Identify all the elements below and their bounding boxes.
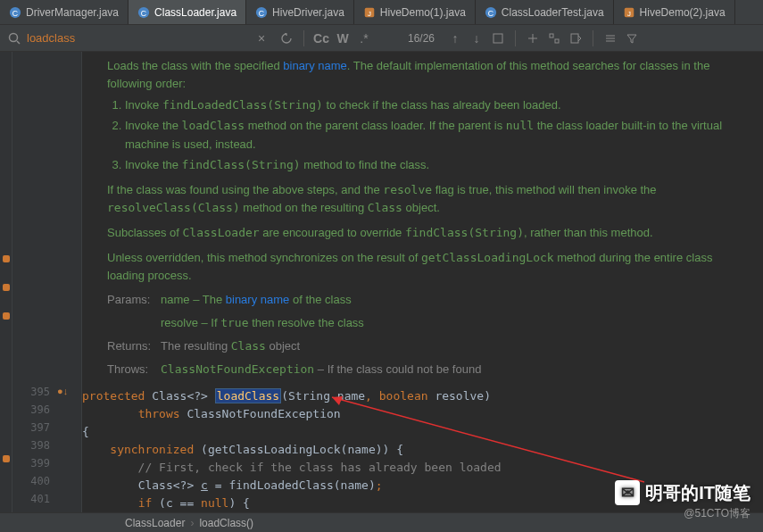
tab-classloadertest[interactable]: CClassLoaderTest.java [476,0,614,24]
find-count: 16/26 [408,32,435,45]
doc-link[interactable]: findLoadedClass(String) [162,98,323,112]
java-icon: J [623,6,635,19]
line-number: 401 [12,490,50,508]
find-bar: × Cc W .* 16/26 ↑ ↓ [0,25,763,52]
watermark-sub: @51CTO博客 [684,506,751,521]
add-selection-icon[interactable] [523,29,543,48]
doc-link[interactable]: ClassNotFoundException [161,362,314,376]
breadcrumb-item[interactable]: ClassLoader [125,517,185,529]
line-number: 396 [12,401,50,419]
class-icon: C [255,6,268,19]
words-button[interactable]: W [333,29,352,48]
next-match-icon[interactable]: ↓ [467,29,486,48]
code-area[interactable]: Loads the class with the specified binar… [82,52,763,512]
line-number: 398 [12,436,50,454]
doc-link[interactable]: findClass(String) [182,158,301,171]
tab-classloader[interactable]: CClassLoader.java [129,0,246,24]
editor: 395 396 397 398 399 400 401 ●↓ Loads the… [0,52,763,512]
svg-text:C: C [12,8,18,17]
settings-icon[interactable] [601,29,620,48]
javadoc: Loads the class with the specified binar… [82,52,763,387]
select-all-icon[interactable] [488,29,508,48]
java-icon: J [363,6,376,19]
svg-text:C: C [141,8,146,17]
wechat-icon: ✉ [615,480,640,505]
indent-guides [70,52,82,512]
tab-label: HiveDemo(2).java [640,6,726,19]
find-input[interactable] [27,31,232,45]
tab-label: HiveDemo(1).java [380,6,466,19]
match-case-button[interactable]: Cc [311,29,331,48]
select-occurrences-icon[interactable] [544,29,564,48]
doc-link[interactable]: resolveClass(Class) [107,201,240,214]
tab-hivedriver[interactable]: CHiveDriver.java [246,0,354,24]
tab-label: ClassLoaderTest.java [502,6,604,19]
line-number: 395 [12,383,50,401]
tab-label: DriverManager.java [26,6,119,19]
tab-hivedemo2[interactable]: JHiveDemo(2).java [614,0,735,24]
tab-hivedemo1[interactable]: JHiveDemo(1).java [354,0,476,24]
line-number: 399 [12,454,50,472]
svg-line-13 [17,41,20,44]
tab-drivermanager[interactable]: CDriverManager.java [0,0,129,24]
doc-link[interactable]: binary name [226,293,290,306]
filter-icon[interactable] [622,29,642,48]
svg-text:C: C [259,8,264,17]
chevron-right-icon: › [190,517,194,529]
gutter-marks [0,52,12,512]
doc-link[interactable]: binary name [283,59,347,72]
fold-column: ●↓ [57,52,70,512]
svg-point-12 [10,33,18,41]
class-icon: C [9,6,21,19]
export-results-icon[interactable] [566,29,585,48]
class-icon: C [137,6,150,19]
svg-rect-19 [571,34,578,43]
svg-text:J: J [368,9,371,17]
svg-text:C: C [488,8,493,17]
tab-label: ClassLoader.java [154,6,236,19]
doc-link[interactable]: findClass(String) [405,226,524,239]
line-number: 400 [12,472,50,490]
prev-match-icon[interactable]: ↑ [445,29,465,48]
doc-link[interactable]: getClassLoadingLock [421,251,554,264]
watermark: ✉ 明哥的IT随笔 [615,480,751,505]
method-name-highlight: loadClass [215,388,281,403]
line-number: 397 [12,419,50,436]
breadcrumb: ClassLoader › loadClass() [0,512,763,532]
class-icon: C [485,6,497,19]
svg-rect-17 [550,34,553,37]
tab-label: HiveDriver.java [272,6,344,19]
svg-rect-18 [555,39,559,43]
line-gutter: 395 396 397 398 399 400 401 [12,52,57,512]
svg-text:J: J [627,9,631,17]
search-icon [7,31,21,46]
editor-tabs: CDriverManager.java CClassLoader.java CH… [0,0,763,25]
close-find-icon[interactable]: × [252,29,271,48]
regex-button[interactable]: .* [354,29,374,48]
history-icon[interactable] [277,29,296,48]
breadcrumb-item[interactable]: loadClass() [199,517,253,529]
svg-rect-14 [493,34,502,43]
